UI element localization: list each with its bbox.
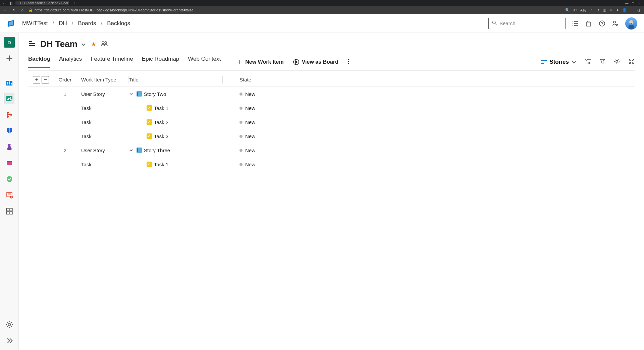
collapse-all-button[interactable]: － [42,76,49,83]
new-item-button[interactable] [4,53,15,64]
work-item-title: Task 1 [154,162,168,167]
cell-title[interactable]: Task 2 [128,119,222,125]
column-header-title[interactable]: Title [128,77,222,82]
breadcrumb-org[interactable]: MWITTest [22,20,48,27]
read-aloud-icon[interactable]: Aあ [580,8,586,13]
breadcrumb-project[interactable]: DH [59,20,67,27]
chevron-down-icon [81,42,86,47]
home-button[interactable]: ⌂ [20,8,24,12]
filter-icon[interactable] [600,59,605,65]
nav-repos[interactable] [4,109,15,120]
breadcrumb-area[interactable]: Boards [78,20,96,27]
new-work-item-button[interactable]: New Work Item [237,59,283,65]
more-actions-icon[interactable] [348,59,349,65]
svg-point-49 [348,59,349,60]
breadcrumb-page[interactable]: Backlogs [107,20,130,27]
svg-point-11 [602,25,602,25]
nav-settings[interactable] [4,319,15,330]
vertical-tabs-icon[interactable]: ◧ [9,1,13,5]
svg-rect-36 [6,208,9,211]
marketplace-icon[interactable] [585,20,592,27]
expand-all-button[interactable]: ＋ [33,76,40,83]
tab-actions-icon[interactable]: ▭ [3,1,6,5]
window-minimize-icon[interactable]: — [625,1,629,5]
help-icon[interactable] [598,20,606,27]
tab-feature-timeline[interactable]: Feature Timeline [91,56,133,68]
profile-icon[interactable]: 👤 [622,8,627,12]
svg-rect-39 [10,212,12,214]
search-input[interactable] [499,20,563,26]
avatar[interactable] [625,17,637,30]
chevron-down-icon[interactable] [129,148,135,153]
azure-devops-logo-icon[interactable] [7,19,15,27]
nav-compliance[interactable] [4,174,15,184]
nav-pipelines[interactable] [4,125,15,136]
table-row[interactable]: 1User StoryStory TwoNew [28,87,635,101]
table-row[interactable]: TaskTask 3New [28,129,635,143]
zoom-icon[interactable]: 🔍 [565,8,570,12]
window-maximize-icon[interactable]: □ [631,1,635,5]
tab-backlog[interactable]: Backlog [28,56,50,68]
cell-state: New [223,119,270,125]
cell-type: Task [78,119,128,125]
new-tab-button[interactable]: ＋ [72,1,78,5]
user-settings-icon[interactable] [612,20,619,27]
project-switcher[interactable]: D [4,37,15,48]
split-screen-icon[interactable]: ◫ [603,8,606,12]
cell-order: 1 [52,91,78,97]
state-dot-icon [239,135,243,138]
breadcrumb-sep: / [72,20,73,27]
menu-icon[interactable]: ⋯ [630,8,634,12]
nav-artifacts[interactable] [4,158,15,168]
breadcrumb: MWITTest / DH / Boards / Backlogs [22,20,130,27]
refresh-button[interactable]: ↻ [12,8,16,12]
tab-epic-roadmap[interactable]: Epic Roadmap [142,56,179,68]
tab-analytics[interactable]: Analytics [59,56,82,68]
work-item-title: Task 2 [154,119,168,125]
nav-extensions[interactable] [4,206,15,217]
bing-icon[interactable]: ◑ [637,8,641,12]
cell-title[interactable]: Story Three [128,148,222,153]
search-box[interactable] [488,18,566,29]
back-button[interactable]: ← [3,8,8,12]
settings-icon[interactable] [614,58,620,66]
table-row[interactable]: TaskTask 1New [28,101,635,115]
cell-title[interactable]: Task 1 [128,105,222,111]
view-as-board-button[interactable]: View as Board [293,59,338,65]
backlog-level-picker[interactable]: Stories [541,59,576,65]
tab-web-context[interactable]: Web Context [188,56,221,68]
nav-expand[interactable] [4,335,15,346]
shopping-icon[interactable]: 🏷 [573,8,577,12]
cell-title[interactable]: Story Two [128,91,222,97]
fullscreen-icon[interactable] [629,58,635,66]
nav-overview[interactable] [4,77,15,88]
column-header-type[interactable]: Work Item Type [78,77,128,82]
work-items-icon[interactable] [572,20,579,27]
url-field[interactable]: 🔒 https://dev.azure.com/MWITTest/DH/_bac… [29,8,561,12]
table-row[interactable]: TaskTask 1New [28,157,635,171]
favorite-icon[interactable]: ☆ [590,8,593,12]
cell-title[interactable]: Task 1 [128,162,222,167]
side-panel-toggle-icon[interactable] [28,40,36,49]
nav-boards[interactable] [4,93,14,104]
table-row[interactable]: TaskTask 2New [28,115,635,129]
tab-dropdown-icon[interactable]: ⌄ [80,1,84,5]
favorites-list-icon[interactable]: ✧ [609,8,612,12]
chevron-down-icon[interactable] [129,91,135,97]
favorite-star-icon[interactable]: ★ [91,41,96,48]
new-work-item-label: New Work Item [245,59,283,65]
nav-testplans[interactable] [4,141,15,152]
svg-rect-21 [11,83,12,84]
column-header-state[interactable]: State [223,77,270,82]
column-header-order[interactable]: Order [52,77,78,82]
browser-tab[interactable]: DH Team Stories Backlog - Boar… × [15,1,69,5]
sync-icon[interactable]: ↺ [596,8,599,12]
team-picker[interactable]: DH Team [40,39,86,49]
nav-wiki[interactable] [4,190,15,200]
column-options-icon[interactable] [585,59,591,65]
table-row[interactable]: 2User StoryStory ThreeNew [28,143,635,157]
extensions-icon[interactable]: ✦ [616,8,619,12]
window-close-icon[interactable]: × [638,1,641,5]
cell-title[interactable]: Task 3 [128,133,222,139]
team-members-icon[interactable] [101,41,108,48]
